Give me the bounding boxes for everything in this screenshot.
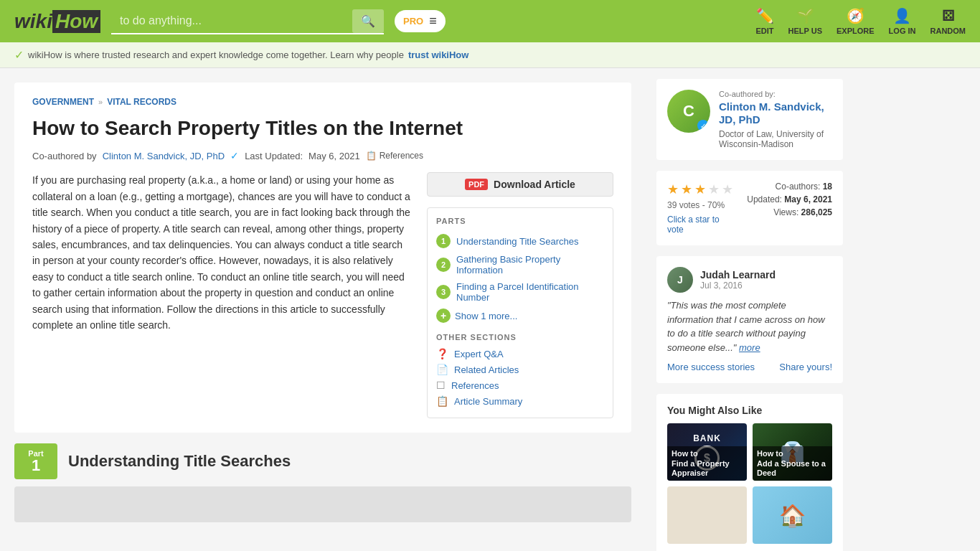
trust-check-icon: ✓	[14, 48, 24, 62]
breadcrumb-government[interactable]: GOVERNMENT	[32, 97, 94, 107]
breadcrumb-vital-records[interactable]: VITAL RECORDS	[107, 97, 176, 107]
review-card: J Judah Learnard Jul 3, 2016 "This was t…	[656, 256, 843, 383]
last-updated-date: May 6, 2021	[308, 151, 360, 161]
coauthors-label: Co-authors:	[776, 182, 821, 192]
share-yours-link[interactable]: Share yours!	[779, 362, 832, 372]
references-list-icon: ☐	[436, 380, 446, 391]
trust-link[interactable]: trust wikiHow	[408, 50, 469, 60]
toc-item-3[interactable]: 3 Finding a Parcel Identification Number	[436, 278, 604, 306]
toc-num-2: 2	[436, 258, 451, 272]
nav-explore[interactable]: 🧭 EXPLORE	[837, 7, 875, 35]
sidebar-author-title: Doctor of Law, University of Wisconsin-M…	[719, 129, 832, 149]
reviewer-date: Jul 3, 2016	[700, 281, 776, 291]
sidebar-author-name[interactable]: Clinton M. Sandvick, JD, PhD	[719, 100, 832, 126]
views-value: 286,025	[801, 207, 832, 217]
other-sections-label: OTHER SECTIONS	[436, 333, 604, 342]
updated-value: May 6, 2021	[784, 194, 832, 204]
star-4[interactable]: ★	[708, 182, 720, 197]
star-1[interactable]: ★	[667, 182, 679, 197]
views-label: Views:	[773, 207, 798, 217]
nav-random[interactable]: ⚄ RANDOM	[930, 7, 966, 35]
author-info: Co-authored by: Clinton M. Sandvick, JD,…	[719, 90, 832, 149]
updated-label: Updated:	[747, 194, 782, 204]
other-expert-qa[interactable]: ❓ Expert Q&A	[436, 346, 604, 362]
also-thumb-3	[667, 486, 747, 544]
toc-link-2[interactable]: Gathering Basic Property Information	[456, 254, 604, 276]
nav-edit[interactable]: ✏️ EDIT	[755, 7, 773, 35]
main-nav: ✏️ EDIT 🌱 HELP US 🧭 EXPLORE 👤 LOG IN ⚄ R…	[755, 7, 966, 35]
search-bar[interactable]: 🔍	[111, 9, 384, 34]
part-badge: Part 1	[14, 443, 57, 479]
stars-section: ★ ★ ★ ★ ★ 39 votes - 70% Click a star to…	[667, 182, 736, 235]
toc-item-2[interactable]: 2 Gathering Basic Property Information	[436, 251, 604, 278]
star-3[interactable]: ★	[694, 182, 706, 197]
edit-icon: ✏️	[756, 7, 774, 24]
toc-item-1[interactable]: 1 Understanding Title Searches	[436, 231, 604, 251]
content-area: GOVERNMENT » VITAL RECORDS How to Search…	[0, 68, 646, 551]
also-item-4[interactable]: 🏠	[753, 486, 832, 544]
explore-icon: 🧭	[847, 7, 864, 24]
trust-bar: ✓ wikiHow is where trusted research and …	[0, 42, 980, 68]
nav-help-us[interactable]: 🌱 HELP US	[788, 7, 822, 35]
nav-explore-label: EXPLORE	[837, 27, 875, 35]
also-label-spouse: How to Add a Spouse to a Deed	[753, 446, 832, 481]
sidebar: C ✓ Co-authored by: Clinton M. Sandvick,…	[646, 68, 854, 551]
more-success-stories-link[interactable]: More success stories	[667, 362, 755, 372]
also-how-to-2: How to	[757, 449, 783, 458]
nav-help-label: HELP US	[788, 27, 822, 35]
site-logo[interactable]: wikiHow	[14, 10, 100, 33]
references-link[interactable]: 📋 References	[366, 151, 423, 161]
other-article-summary[interactable]: 📋 Article Summary	[436, 393, 604, 409]
review-text: "This was the most complete information …	[667, 298, 832, 354]
article-summary-icon: 📋	[436, 395, 448, 407]
search-input[interactable]	[111, 9, 384, 34]
nav-login[interactable]: 👤 LOG IN	[889, 7, 916, 35]
also-like-grid: BANK $ How to Find a Property Appraiser	[667, 423, 832, 544]
reviewer-header: J Judah Learnard Jul 3, 2016	[667, 267, 832, 293]
pdf-icon: PDF	[465, 179, 488, 190]
download-article-button[interactable]: PDF Download Article	[427, 172, 613, 197]
article-body: If you are purchasing real property (a.k…	[32, 172, 613, 418]
part-title: Understanding Title Searches	[68, 452, 291, 471]
trust-text: wikiHow is where trusted research and ex…	[28, 50, 404, 60]
also-like-title: You Might Also Like	[667, 405, 832, 416]
toc-more-icon: +	[436, 309, 451, 323]
article-summary-label: Article Summary	[454, 396, 522, 407]
article-meta: Co-authored by Clinton M. Sandvick, JD, …	[32, 150, 613, 161]
click-to-rate[interactable]: Click a star to vote	[667, 215, 736, 235]
also-item-appraiser[interactable]: BANK $ How to Find a Property Appraiser	[667, 423, 747, 481]
related-articles-label: Related Articles	[454, 364, 519, 375]
reviewer-name: Judah Learnard	[700, 269, 776, 281]
star-2[interactable]: ★	[681, 182, 692, 197]
success-links: More success stories Share yours!	[667, 362, 832, 372]
nav-random-label: RANDOM	[930, 27, 966, 35]
author-verified-badge: ✓	[697, 120, 709, 131]
other-references[interactable]: ☐ References	[436, 377, 604, 393]
reviewer-avatar: J	[667, 267, 693, 293]
star-5[interactable]: ★	[722, 182, 733, 197]
also-how-to-1: How to	[672, 449, 698, 458]
last-updated-label: Last Updated:	[245, 151, 303, 161]
pro-badge[interactable]: PRO ≡	[395, 10, 446, 32]
main-container: GOVERNMENT » VITAL RECORDS How to Search…	[0, 68, 980, 551]
related-articles-icon: 📄	[436, 364, 448, 375]
other-related-articles[interactable]: 📄 Related Articles	[436, 362, 604, 377]
toc-link-3[interactable]: Finding a Parcel Identification Number	[456, 281, 604, 303]
reviewer-info: Judah Learnard Jul 3, 2016	[700, 269, 776, 291]
views-stat: Views: 286,025	[747, 207, 832, 217]
also-item-3[interactable]	[667, 486, 747, 544]
also-item-spouse[interactable]: 👔 How to Add a Spouse to a Deed	[753, 423, 832, 481]
also-thumb-4: 🏠	[753, 486, 832, 544]
search-button[interactable]: 🔍	[352, 9, 384, 33]
hamburger-icon: ≡	[429, 14, 437, 29]
site-header: wikiHow 🔍 PRO ≡ ✏️ EDIT 🌱 HELP US 🧭 EXPL…	[0, 0, 980, 42]
star-rating[interactable]: ★ ★ ★ ★ ★	[667, 182, 736, 197]
toc-parts-label: PARTS	[436, 217, 604, 225]
random-icon: ⚄	[942, 7, 954, 24]
coauthors-stat: Co-authors: 18	[747, 182, 832, 192]
article-author-link[interactable]: Clinton M. Sandvick, JD, PhD	[103, 151, 225, 161]
toc-link-1[interactable]: Understanding Title Searches	[456, 236, 579, 247]
toc-more-label: Show 1 more...	[455, 311, 517, 321]
review-more-link[interactable]: more	[739, 342, 760, 353]
toc-show-more[interactable]: + Show 1 more...	[436, 306, 604, 326]
